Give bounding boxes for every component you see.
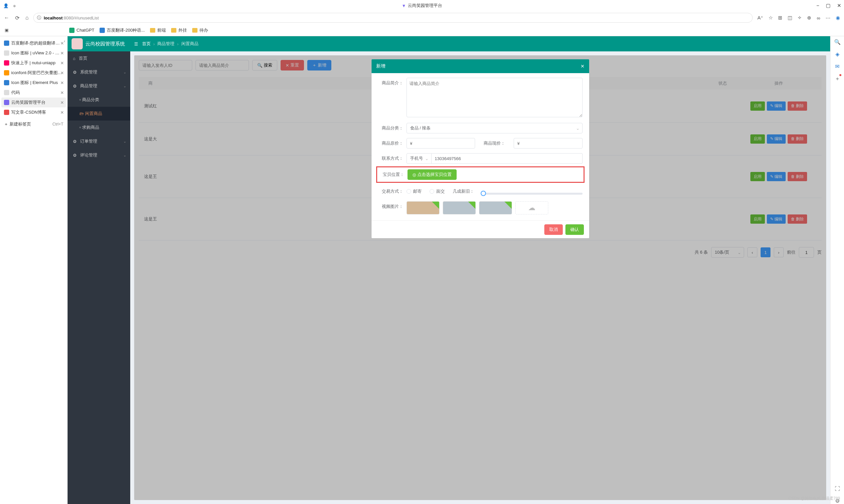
tab-favicon bbox=[4, 60, 9, 66]
tab-favicon bbox=[4, 100, 9, 105]
tab-close-icon[interactable]: ✕ bbox=[60, 80, 64, 85]
label-contact: 联系方式： bbox=[378, 153, 407, 164]
curr-price-input[interactable] bbox=[514, 138, 583, 148]
tab-close-icon[interactable]: ✕ bbox=[60, 51, 64, 56]
office-icon[interactable]: ◈ bbox=[836, 51, 839, 57]
upload-add-button[interactable]: ☁ bbox=[515, 201, 548, 214]
trade-mail-radio[interactable]: 邮寄 bbox=[407, 188, 422, 194]
screenshot-icon[interactable]: ⛶ bbox=[835, 486, 840, 492]
bookmark-icon bbox=[100, 28, 105, 33]
bookmark-item[interactable]: ChatGPT bbox=[69, 28, 94, 33]
maximize-icon[interactable]: ▢ bbox=[826, 3, 830, 8]
site-info-icon[interactable]: ⓘ bbox=[37, 15, 41, 21]
vertical-tab[interactable]: 云尚笑园管理平台✕ bbox=[1, 97, 66, 107]
sidebar-item[interactable]: ⌂ 首页 bbox=[68, 51, 130, 65]
bookmark-icon bbox=[150, 28, 155, 33]
condition-slider[interactable] bbox=[481, 193, 583, 195]
bookmark-item[interactable]: 外挂 bbox=[171, 28, 187, 33]
browser-side-rail: 🔍 ◈ ✉ ＋ ⛶ ⚙ bbox=[830, 36, 844, 504]
app-frame: 云尚校园管理系统 ☰ 首页 › 商品管理 › 闲置商品 ⌂ 首页⚙ 系统管理⌄⚙… bbox=[68, 36, 830, 504]
contact-type-select[interactable]: 手机号 bbox=[407, 153, 432, 164]
close-icon[interactable]: ✕ bbox=[837, 3, 841, 8]
copilot-button-icon[interactable]: ◉ bbox=[836, 15, 840, 21]
collections-icon[interactable]: ✧ bbox=[797, 15, 802, 21]
vertical-tab[interactable]: 代码✕ bbox=[1, 88, 66, 97]
bookmark-bar: ▣ ChatGPT百度翻译-200种语...前端外挂待办 bbox=[0, 24, 844, 36]
sidebar-item[interactable]: ⚙ 商品管理⌄ bbox=[68, 79, 130, 93]
back-icon[interactable]: ← bbox=[4, 15, 9, 21]
watermark: CSDN @她似晚风,假温柔789 bbox=[788, 496, 840, 501]
profile-icon[interactable]: 👤 bbox=[3, 3, 8, 8]
modal-footer: 取消 确认 bbox=[372, 220, 589, 238]
home-icon[interactable]: ⌂ bbox=[25, 15, 29, 21]
favorite-icon[interactable]: ☆ bbox=[769, 15, 773, 21]
sidebar-subitem[interactable]: 🗁 闲置商品 bbox=[68, 107, 130, 121]
sidebar-item[interactable]: ⚙ 评论管理⌄ bbox=[68, 148, 130, 162]
upload-item[interactable] bbox=[407, 201, 440, 214]
bookmark-item[interactable]: 百度翻译-200种语... bbox=[100, 28, 145, 33]
tab-favicon bbox=[4, 50, 9, 56]
tab-close-icon[interactable]: ✕ bbox=[60, 41, 64, 46]
vertical-tab[interactable]: 写文章-CSDN博客✕ bbox=[1, 107, 66, 117]
contact-input[interactable] bbox=[432, 153, 583, 164]
tab-close-icon[interactable]: ✕ bbox=[60, 90, 64, 95]
window-title: ▼ 云尚笑园管理平台 bbox=[402, 3, 443, 8]
add-modal: 新增 ✕ 商品简介： 商品分类： 食品 / 辣条 bbox=[372, 59, 589, 238]
upload-item[interactable] bbox=[479, 201, 512, 214]
outlook-icon[interactable]: ✉ bbox=[835, 63, 839, 70]
app-header: 云尚校园管理系统 ☰ 首页 › 商品管理 › 闲置商品 bbox=[68, 36, 830, 51]
split-icon[interactable]: ◫ bbox=[788, 15, 792, 21]
label-curr-price: 商品现价： bbox=[481, 138, 508, 148]
add-tool-icon[interactable]: ＋ bbox=[835, 75, 840, 82]
bookmark-icon bbox=[69, 28, 74, 33]
sidebar-subitem[interactable]: ▫ 商品分类 bbox=[68, 93, 130, 107]
address-bar[interactable]: ⓘ localhost:8080/#/unusedList bbox=[33, 13, 753, 23]
main-content: 🔍 搜索 ✕ 重置 ＋ 新增 商 状态 操作 测试红启用✎ 编辑🗑 删除这是大启… bbox=[134, 55, 826, 500]
sidebar-subitem[interactable]: ▫ 求购商品 bbox=[68, 121, 130, 134]
minimize-icon[interactable]: − bbox=[816, 3, 819, 8]
sidebar-item[interactable]: ⚙ 订单管理⌄ bbox=[68, 134, 130, 148]
new-tab-button[interactable]: ＋ 新建标签页 Ctrl+T bbox=[1, 119, 66, 129]
upload-item[interactable] bbox=[443, 201, 476, 214]
breadcrumb: 首页 › 商品管理 › 闲置商品 bbox=[142, 41, 199, 47]
trade-face-radio[interactable]: 面交 bbox=[430, 188, 445, 194]
apps-icon[interactable]: ⊕ bbox=[807, 15, 811, 21]
label-location: 宝贝位置： bbox=[379, 169, 408, 180]
bookmark-item[interactable]: 前端 bbox=[150, 28, 166, 33]
tab-close-icon[interactable]: ✕ bbox=[60, 71, 64, 75]
cancel-button[interactable]: 取消 bbox=[544, 224, 563, 235]
tab-close-icon[interactable]: ✕ bbox=[60, 110, 64, 115]
vertical-tabs-panel: ‹ 百度翻译-您的超级翻译伙伴✕Icon 图标 | uView 2.0 - 全面… bbox=[0, 36, 68, 504]
more-icon[interactable]: ⋯ bbox=[826, 15, 830, 21]
confirm-button[interactable]: 确认 bbox=[565, 224, 584, 235]
vertical-tab[interactable]: 快速上手 | nutui-uniapp✕ bbox=[1, 58, 66, 68]
extensions-icon[interactable]: ⊞ bbox=[778, 15, 782, 21]
category-select[interactable]: 食品 / 辣条 bbox=[407, 123, 583, 133]
modal-header: 新增 ✕ bbox=[372, 59, 589, 73]
sidebar-item[interactable]: ⚙ 系统管理⌄ bbox=[68, 65, 130, 79]
vertical-tab[interactable]: 百度翻译-您的超级翻译伙伴✕ bbox=[1, 38, 66, 48]
modal-close-icon[interactable]: ✕ bbox=[581, 64, 585, 69]
tab-close-icon[interactable]: ✕ bbox=[60, 60, 64, 66]
vertical-tab[interactable]: iconfont-阿里巴巴矢量图标库✕ bbox=[1, 68, 66, 78]
label-media: 视频图片： bbox=[378, 201, 407, 212]
media-uploads: ☁ bbox=[407, 201, 583, 214]
bookmark-item[interactable]: 待办 bbox=[192, 28, 208, 33]
tab-favicon bbox=[4, 70, 9, 75]
read-aloud-icon[interactable]: A⁺ bbox=[757, 15, 763, 21]
search-icon[interactable]: 🔍 bbox=[834, 39, 841, 45]
refresh-icon[interactable]: ⟳ bbox=[15, 15, 19, 21]
label-condition: 几成新旧： bbox=[453, 186, 477, 197]
copilot-icon[interactable]: ⎈ bbox=[13, 3, 16, 8]
desc-textarea[interactable] bbox=[407, 78, 583, 117]
modal-overlay: 新增 ✕ 商品简介： 商品分类： 食品 / 辣条 bbox=[134, 55, 826, 500]
vertical-tabs-icon[interactable]: ▣ bbox=[5, 28, 10, 33]
sync-icon[interactable]: ∞ bbox=[816, 15, 820, 21]
select-location-button[interactable]: ◎ 点击选择宝贝位置 bbox=[408, 169, 457, 180]
tab-close-icon[interactable]: ✕ bbox=[60, 100, 64, 105]
orig-price-input[interactable] bbox=[407, 138, 476, 148]
sidebar-toggle-icon[interactable]: ☰ bbox=[130, 41, 142, 47]
bread-home[interactable]: 首页 bbox=[142, 41, 151, 47]
vertical-tab[interactable]: Icon 图标 | Element Plus✕ bbox=[1, 78, 66, 88]
vertical-tab[interactable]: Icon 图标 | uView 2.0 - 全面兼容✕ bbox=[1, 48, 66, 58]
